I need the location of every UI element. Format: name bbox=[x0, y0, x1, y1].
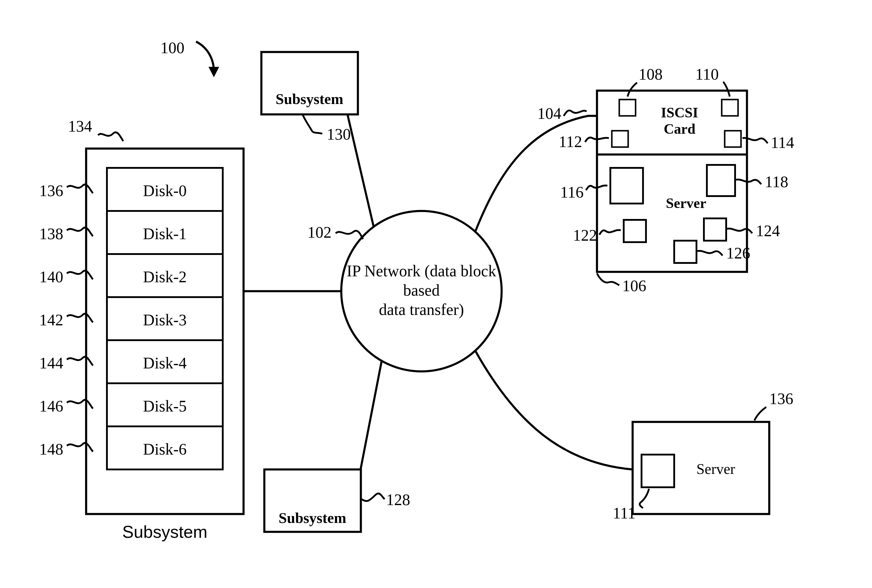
server-main-label: Server bbox=[666, 195, 706, 211]
subsystem-left-box-ref: 134 bbox=[68, 117, 92, 135]
chip-ref: 126 bbox=[726, 244, 750, 262]
server-card-ref: 104 bbox=[537, 105, 561, 122]
ip-network-label-line3: data transfer) bbox=[379, 301, 464, 318]
server-secondary-ref: 136 bbox=[769, 390, 793, 408]
ip-network-label-line1: IP Network (data block bbox=[347, 262, 496, 280]
chip-icon bbox=[624, 220, 646, 242]
subsystem-bottom: Subsystem 128 bbox=[264, 470, 410, 532]
chip-icon bbox=[619, 99, 635, 116]
disk-ref: 136 bbox=[39, 182, 63, 200]
disk-label: Disk-3 bbox=[143, 311, 187, 329]
disk-stack: Disk-0 136 Disk-1 138 Disk-2 140 Disk-3 … bbox=[39, 168, 223, 470]
server-card-label-line1: ISCSI bbox=[661, 105, 698, 120]
disk-label: Disk-4 bbox=[143, 354, 187, 372]
chip-icon bbox=[704, 218, 726, 241]
subsystem-top-label: Subsystem bbox=[276, 91, 343, 107]
ip-network-ref-group: 102 bbox=[307, 224, 363, 241]
subsystem-top-ref: 130 bbox=[327, 125, 351, 143]
subsystem-bottom-label: Subsystem bbox=[279, 510, 346, 526]
disk-label: Disk-2 bbox=[143, 268, 187, 286]
chip-icon bbox=[641, 454, 674, 487]
server-secondary-label: Server bbox=[697, 460, 736, 477]
server-main: ISCSI Card Server 106 104 108 110 112 11… bbox=[537, 65, 794, 295]
disk-ref: 146 bbox=[39, 397, 63, 415]
disk-ref: 138 bbox=[39, 225, 63, 243]
edge-secondary-server bbox=[475, 351, 632, 470]
chip-ref: 116 bbox=[560, 183, 584, 201]
disk-label: Disk-6 bbox=[143, 440, 187, 458]
server-secondary: Server 136 111 bbox=[613, 390, 793, 522]
squiggle-icon bbox=[303, 115, 322, 134]
chip-icon bbox=[725, 131, 741, 147]
edge-top-subsystem bbox=[348, 114, 374, 227]
edge-bottom-subsystem bbox=[361, 361, 382, 470]
figure-ref-arrowhead bbox=[208, 67, 219, 77]
server-card-label-line2: Card bbox=[664, 121, 695, 136]
squiggle-icon bbox=[597, 273, 619, 285]
diagram-canvas: 100 IP Network (data block based data tr… bbox=[0, 0, 872, 588]
squiggle-icon bbox=[336, 231, 363, 239]
disk-label: Disk-0 bbox=[143, 182, 187, 200]
figure-ref-group: 100 bbox=[160, 39, 219, 77]
subsystem-left-label: Subsystem bbox=[122, 522, 208, 542]
disk-ref: 148 bbox=[39, 440, 63, 458]
subsystem-left: Subsystem 134 Disk-0 136 Disk-1 138 Disk… bbox=[39, 117, 244, 542]
squiggle-icon bbox=[98, 132, 123, 141]
disk-label: Disk-1 bbox=[143, 225, 187, 243]
disk-ref: 142 bbox=[39, 311, 63, 329]
chip-icon bbox=[610, 168, 643, 204]
ip-network-label-line2: based bbox=[403, 281, 440, 299]
chip-ref: 122 bbox=[573, 226, 597, 244]
squiggle-icon bbox=[754, 407, 766, 420]
chip-icon bbox=[722, 99, 738, 116]
chip-ref: 118 bbox=[765, 173, 788, 191]
chip-ref: 124 bbox=[756, 222, 780, 240]
server-secondary-chip-ref: 111 bbox=[613, 504, 635, 522]
disk-ref: 140 bbox=[39, 268, 63, 286]
server-main-ref: 106 bbox=[622, 277, 646, 295]
squiggle-icon bbox=[362, 494, 385, 501]
figure-ref: 100 bbox=[160, 39, 184, 57]
ip-network-node: IP Network (data block based data transf… bbox=[341, 211, 502, 371]
chip-icon bbox=[612, 131, 628, 147]
chip-ref: 108 bbox=[638, 65, 662, 83]
chip-ref: 114 bbox=[771, 134, 794, 152]
ip-network-ref: 102 bbox=[307, 224, 331, 241]
chip-icon bbox=[674, 241, 697, 263]
chip-ref: 110 bbox=[695, 65, 719, 83]
chip-ref: 112 bbox=[559, 133, 582, 151]
disk-ref: 144 bbox=[39, 354, 63, 372]
squiggle-icon bbox=[564, 111, 587, 116]
chip-icon bbox=[707, 165, 735, 196]
disk-label: Disk-5 bbox=[143, 397, 187, 415]
subsystem-bottom-ref: 128 bbox=[386, 491, 410, 508]
subsystem-top: Subsystem 130 bbox=[261, 52, 358, 143]
